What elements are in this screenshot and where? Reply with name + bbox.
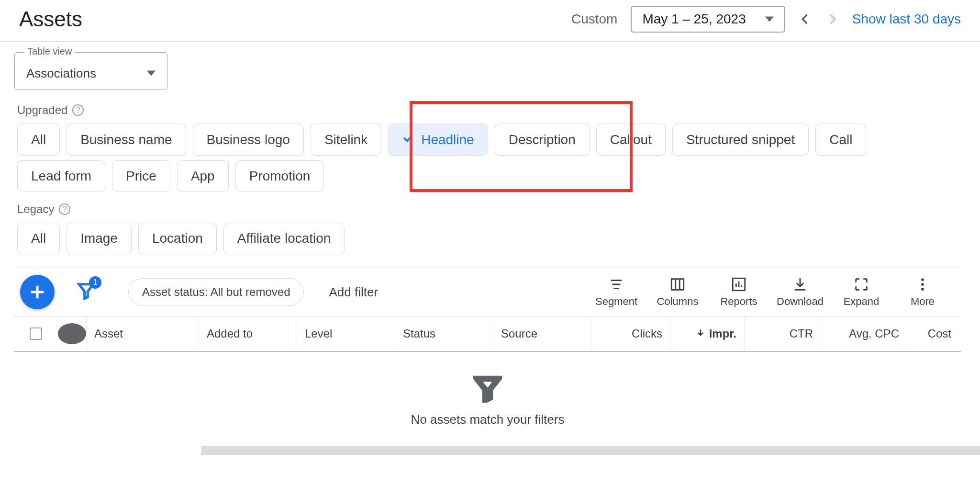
- svg-rect-0: [671, 279, 684, 290]
- svg-point-2: [921, 278, 924, 281]
- tool-label: Expand: [844, 295, 880, 308]
- dropdown-caret-icon: [765, 11, 774, 27]
- empty-state: No assets match your filters: [14, 352, 961, 446]
- col-clicks[interactable]: Clicks: [591, 316, 670, 351]
- col-status[interactable]: Status: [395, 316, 493, 351]
- date-range-picker[interactable]: May 1 – 25, 2023: [631, 6, 785, 33]
- legacy-chip-row: All Image Location Affiliate location: [17, 223, 961, 254]
- col-cost[interactable]: Cost: [907, 316, 961, 351]
- col-source[interactable]: Source: [493, 316, 591, 351]
- check-icon: [402, 132, 414, 147]
- chip-label: All: [31, 231, 46, 246]
- upgraded-chip-row-2: Lead form Price App Promotion: [17, 160, 961, 192]
- status-indicator-col: [57, 323, 86, 344]
- tool-label: More: [911, 295, 935, 308]
- chip-legacy-all[interactable]: All: [17, 223, 60, 254]
- chip-image[interactable]: Image: [67, 223, 132, 254]
- show-last-30-days-link[interactable]: Show last 30 days: [852, 11, 961, 27]
- tool-label: Reports: [720, 295, 757, 308]
- table-view-legend: Table view: [24, 46, 75, 57]
- date-mode-label: Custom: [571, 11, 617, 27]
- chip-business-logo[interactable]: Business logo: [193, 124, 304, 156]
- select-all-checkbox[interactable]: [14, 317, 57, 350]
- upgraded-section-label: Upgraded: [17, 103, 67, 117]
- chip-business-name[interactable]: Business name: [67, 124, 186, 156]
- page-title: Assets: [19, 7, 571, 31]
- dropdown-caret-icon: [147, 66, 156, 81]
- filter-count-badge: 1: [89, 276, 101, 289]
- add-filter-button[interactable]: Add filter: [329, 285, 378, 300]
- expand-button[interactable]: Expand: [837, 276, 885, 308]
- chip-callout[interactable]: Callout: [596, 124, 666, 156]
- chip-label: Business name: [80, 132, 172, 147]
- chip-label: Price: [126, 169, 156, 184]
- add-asset-button[interactable]: [20, 275, 55, 309]
- col-impr[interactable]: Impr.: [670, 316, 744, 351]
- chip-label: Description: [509, 132, 576, 147]
- chip-label: Lead form: [31, 169, 91, 184]
- chip-label: Headline: [421, 132, 474, 147]
- download-button[interactable]: Download: [776, 276, 824, 308]
- col-ctr[interactable]: CTR: [744, 316, 821, 351]
- legacy-section-label: Legacy: [17, 203, 54, 216]
- chip-label: Structured snippet: [686, 132, 795, 147]
- chip-call[interactable]: Call: [815, 124, 866, 156]
- col-asset[interactable]: Asset: [86, 316, 199, 351]
- chip-label: Callout: [610, 132, 652, 147]
- chip-structured-snippet[interactable]: Structured snippet: [672, 124, 809, 156]
- columns-button[interactable]: Columns: [654, 276, 702, 308]
- empty-state-text: No assets match your filters: [411, 412, 565, 427]
- chip-label: Call: [829, 132, 852, 147]
- date-range-value: May 1 – 25, 2023: [642, 11, 746, 27]
- chip-all[interactable]: All: [17, 124, 60, 156]
- chip-label: Sitelink: [324, 132, 368, 147]
- chip-description[interactable]: Description: [495, 124, 590, 156]
- col-level[interactable]: Level: [297, 316, 395, 351]
- chip-label: Image: [80, 231, 118, 246]
- chip-lead-form[interactable]: Lead form: [17, 160, 105, 192]
- tool-label: Download: [777, 295, 824, 308]
- chip-affiliate-location[interactable]: Affiliate location: [223, 223, 345, 254]
- status-filter-pill[interactable]: Asset status: All but removed: [128, 278, 304, 306]
- col-avg-cpc[interactable]: Avg. CPC: [821, 316, 907, 351]
- chip-label: App: [191, 169, 215, 184]
- svg-point-4: [921, 288, 924, 291]
- date-next-button[interactable]: [825, 12, 839, 26]
- chip-label: Location: [152, 231, 203, 246]
- more-button[interactable]: More: [899, 276, 947, 308]
- chip-price[interactable]: Price: [112, 160, 170, 192]
- horizontal-scrollbar[interactable]: [201, 446, 980, 455]
- table-view-select[interactable]: Table view Associations: [14, 52, 167, 90]
- funnel-icon: [473, 374, 502, 403]
- table-header: Asset Added to Level Status Source Click…: [14, 316, 961, 352]
- sort-down-icon: [696, 327, 705, 340]
- table-view-value: Associations: [26, 66, 96, 81]
- upgraded-chip-row: All Business name Business logo Sitelink…: [17, 124, 961, 156]
- chip-label: Business logo: [207, 132, 290, 147]
- chip-sitelink[interactable]: Sitelink: [311, 124, 381, 156]
- tool-label: Segment: [595, 295, 637, 308]
- help-icon[interactable]: ?: [59, 203, 70, 215]
- chip-location[interactable]: Location: [138, 223, 217, 254]
- chip-label: Promotion: [249, 169, 311, 184]
- chip-promotion[interactable]: Promotion: [235, 160, 324, 192]
- col-added-to[interactable]: Added to: [199, 316, 297, 351]
- chip-headline[interactable]: Headline: [388, 124, 488, 156]
- date-prev-button[interactable]: [799, 12, 812, 26]
- chip-label: All: [31, 132, 46, 147]
- col-label: Impr.: [709, 327, 736, 340]
- svg-point-3: [921, 283, 924, 286]
- segment-button[interactable]: Segment: [592, 276, 640, 308]
- filters-button[interactable]: 1: [77, 281, 96, 304]
- tool-label: Columns: [657, 295, 699, 308]
- chip-label: Affiliate location: [237, 231, 331, 246]
- help-icon[interactable]: ?: [72, 104, 84, 116]
- reports-button[interactable]: Reports: [715, 276, 763, 308]
- chip-app[interactable]: App: [177, 160, 229, 192]
